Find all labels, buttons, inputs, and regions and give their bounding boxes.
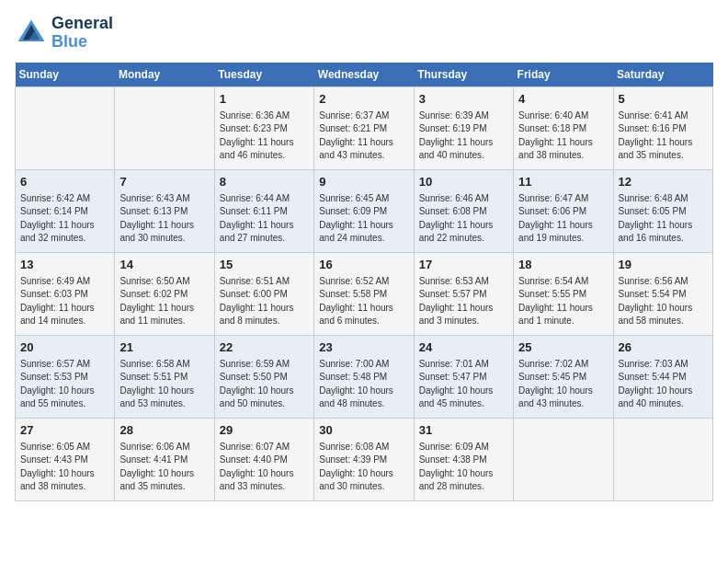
calendar-week-row: 27 Sunrise: 6:05 AM Sunset: 4:43 PM Dayl… (16, 418, 713, 500)
sunrise-label: Sunrise: 6:59 AM (220, 359, 290, 369)
sunrise-label: Sunrise: 6:08 AM (319, 442, 389, 452)
sunset-label: Sunset: 6:16 PM (619, 123, 687, 133)
sunset-label: Sunset: 4:40 PM (220, 454, 288, 465)
sunrise-label: Sunrise: 6:54 AM (518, 276, 588, 286)
daylight-label: Daylight: 11 hours and 30 minutes. (119, 220, 194, 244)
day-number: 26 (619, 339, 708, 356)
sunset-label: Sunset: 6:23 PM (220, 123, 288, 133)
daylight-label: Daylight: 11 hours and 27 minutes. (220, 220, 294, 244)
daylight-label: Daylight: 11 hours and 40 minutes. (419, 137, 494, 161)
calendar-cell: 4 Sunrise: 6:40 AM Sunset: 6:18 PM Dayli… (514, 86, 613, 169)
day-info: Sunrise: 6:41 AM Sunset: 6:16 PM Dayligh… (619, 109, 708, 163)
calendar-cell: 15 Sunrise: 6:51 AM Sunset: 6:00 PM Dayl… (214, 252, 313, 335)
daylight-label: Daylight: 10 hours and 28 minutes. (419, 468, 494, 492)
calendar-cell: 3 Sunrise: 6:39 AM Sunset: 6:19 PM Dayli… (414, 86, 513, 169)
calendar-week-row: 20 Sunrise: 6:57 AM Sunset: 5:53 PM Dayl… (16, 335, 713, 418)
day-number: 10 (419, 174, 508, 190)
sunrise-label: Sunrise: 6:40 AM (518, 110, 588, 121)
sunset-label: Sunset: 5:54 PM (619, 289, 687, 299)
sunset-label: Sunset: 6:14 PM (20, 206, 88, 216)
day-number: 3 (419, 91, 508, 108)
daylight-label: Daylight: 11 hours and 11 minutes. (119, 303, 194, 327)
sunrise-label: Sunrise: 6:57 AM (20, 359, 90, 369)
sunset-label: Sunset: 6:11 PM (220, 206, 288, 216)
daylight-label: Daylight: 10 hours and 33 minutes. (220, 468, 294, 492)
day-number: 29 (220, 422, 309, 439)
weekday-header: Thursday (414, 63, 513, 87)
day-info: Sunrise: 6:56 AM Sunset: 5:54 PM Dayligh… (619, 275, 708, 328)
calendar-cell: 14 Sunrise: 6:50 AM Sunset: 6:02 PM Dayl… (115, 252, 214, 335)
day-number: 16 (319, 257, 408, 273)
daylight-label: Daylight: 11 hours and 43 minutes. (319, 137, 393, 161)
day-number: 2 (319, 91, 408, 108)
day-info: Sunrise: 6:47 AM Sunset: 6:06 PM Dayligh… (518, 192, 608, 246)
weekday-header: Friday (514, 63, 613, 87)
day-info: Sunrise: 6:36 AM Sunset: 6:23 PM Dayligh… (220, 109, 309, 163)
sunset-label: Sunset: 6:13 PM (119, 206, 188, 216)
day-info: Sunrise: 6:57 AM Sunset: 5:53 PM Dayligh… (20, 358, 109, 411)
daylight-label: Daylight: 10 hours and 45 minutes. (419, 385, 494, 409)
daylight-label: Daylight: 10 hours and 48 minutes. (319, 385, 393, 409)
weekday-header: Monday (115, 63, 214, 87)
calendar-cell: 25 Sunrise: 7:02 AM Sunset: 5:45 PM Dayl… (514, 335, 613, 418)
day-number: 21 (119, 339, 209, 356)
day-number: 24 (419, 339, 508, 356)
sunrise-label: Sunrise: 6:07 AM (220, 442, 290, 452)
day-number: 7 (119, 174, 209, 190)
calendar-cell: 17 Sunrise: 6:53 AM Sunset: 5:57 PM Dayl… (414, 252, 513, 335)
day-info: Sunrise: 6:51 AM Sunset: 6:00 PM Dayligh… (220, 275, 309, 328)
sunset-label: Sunset: 5:44 PM (619, 372, 687, 382)
calendar-cell: 18 Sunrise: 6:54 AM Sunset: 5:55 PM Dayl… (514, 252, 613, 335)
calendar-week-row: 13 Sunrise: 6:49 AM Sunset: 6:03 PM Dayl… (16, 252, 713, 335)
day-info: Sunrise: 6:09 AM Sunset: 4:38 PM Dayligh… (419, 441, 508, 494)
calendar-cell: 30 Sunrise: 6:08 AM Sunset: 4:39 PM Dayl… (314, 418, 414, 500)
calendar-cell: 27 Sunrise: 6:05 AM Sunset: 4:43 PM Dayl… (16, 418, 115, 500)
weekday-header: Sunday (16, 63, 115, 87)
day-number: 6 (20, 174, 109, 190)
sunrise-label: Sunrise: 7:03 AM (619, 359, 688, 369)
day-info: Sunrise: 6:48 AM Sunset: 6:05 PM Dayligh… (619, 192, 708, 246)
sunrise-label: Sunrise: 6:49 AM (20, 276, 90, 286)
daylight-label: Daylight: 11 hours and 16 minutes. (619, 220, 693, 244)
sunrise-label: Sunrise: 6:41 AM (619, 110, 688, 121)
sunrise-label: Sunrise: 6:36 AM (220, 110, 290, 121)
sunset-label: Sunset: 5:50 PM (220, 372, 288, 382)
sunset-label: Sunset: 5:58 PM (319, 289, 387, 299)
calendar-week-row: 1 Sunrise: 6:36 AM Sunset: 6:23 PM Dayli… (16, 86, 713, 169)
calendar-cell (613, 418, 712, 500)
sunset-label: Sunset: 6:03 PM (20, 289, 88, 299)
calendar-body: 1 Sunrise: 6:36 AM Sunset: 6:23 PM Dayli… (16, 86, 713, 500)
day-number: 4 (518, 91, 608, 108)
calendar-cell: 28 Sunrise: 6:06 AM Sunset: 4:41 PM Dayl… (115, 418, 214, 500)
sunrise-label: Sunrise: 7:02 AM (518, 359, 588, 369)
sunset-label: Sunset: 4:41 PM (119, 454, 188, 465)
day-number: 23 (319, 339, 408, 356)
calendar-week-row: 6 Sunrise: 6:42 AM Sunset: 6:14 PM Dayli… (16, 169, 713, 252)
weekday-header: Wednesday (314, 63, 414, 87)
day-number: 5 (619, 91, 708, 108)
day-info: Sunrise: 6:06 AM Sunset: 4:41 PM Dayligh… (119, 441, 209, 494)
calendar-cell: 24 Sunrise: 7:01 AM Sunset: 5:47 PM Dayl… (414, 335, 513, 418)
sunrise-label: Sunrise: 7:01 AM (419, 359, 489, 369)
daylight-label: Daylight: 10 hours and 38 minutes. (20, 468, 95, 492)
day-number: 20 (20, 339, 109, 356)
calendar-cell: 13 Sunrise: 6:49 AM Sunset: 6:03 PM Dayl… (16, 252, 115, 335)
daylight-label: Daylight: 10 hours and 30 minutes. (319, 468, 393, 492)
day-number: 28 (119, 422, 209, 439)
sunrise-label: Sunrise: 6:06 AM (119, 442, 189, 452)
daylight-label: Daylight: 11 hours and 46 minutes. (220, 137, 294, 161)
day-info: Sunrise: 6:08 AM Sunset: 4:39 PM Dayligh… (319, 441, 408, 494)
day-info: Sunrise: 7:00 AM Sunset: 5:48 PM Dayligh… (319, 358, 408, 411)
sunrise-label: Sunrise: 6:05 AM (20, 442, 90, 452)
day-info: Sunrise: 7:01 AM Sunset: 5:47 PM Dayligh… (419, 358, 508, 411)
day-info: Sunrise: 6:46 AM Sunset: 6:08 PM Dayligh… (419, 192, 508, 246)
day-number: 22 (220, 339, 309, 356)
calendar-cell: 21 Sunrise: 6:58 AM Sunset: 5:51 PM Dayl… (115, 335, 214, 418)
daylight-label: Daylight: 11 hours and 19 minutes. (518, 220, 593, 244)
daylight-label: Daylight: 11 hours and 35 minutes. (619, 137, 693, 161)
sunrise-label: Sunrise: 6:53 AM (419, 276, 489, 286)
calendar-cell: 31 Sunrise: 6:09 AM Sunset: 4:38 PM Dayl… (414, 418, 513, 500)
calendar-cell: 9 Sunrise: 6:45 AM Sunset: 6:09 PM Dayli… (314, 169, 414, 252)
day-number: 30 (319, 422, 408, 439)
daylight-label: Daylight: 10 hours and 40 minutes. (619, 385, 693, 409)
